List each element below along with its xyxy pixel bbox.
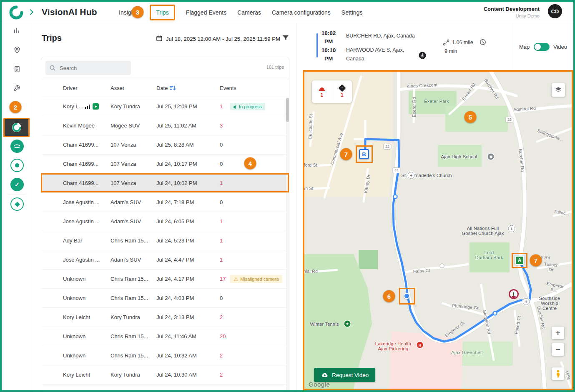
cell-driver: Unknown <box>63 333 110 340</box>
nav-insights[interactable]: Insights <box>119 9 139 16</box>
page-title: VisionAI Hub <box>42 7 97 17</box>
account-subtitle: Unity Demo <box>516 13 540 18</box>
sidebar-item-analytics[interactable] <box>13 27 21 34</box>
warning-events[interactable]: ! 1 <box>332 80 352 103</box>
table-row[interactable]: UnknownChris Ram 15...Jul 24, 4:03 PM0 <box>41 289 289 308</box>
warning-icon: ! <box>338 84 346 92</box>
cell-events: 2 <box>220 314 289 320</box>
calendar-icon[interactable] <box>156 35 163 43</box>
search-input[interactable] <box>59 65 123 72</box>
sidebar-divider <box>8 195 25 195</box>
table-row[interactable]: Kory L...Kory TundraJul 25, 12:09 PM1In … <box>41 97 289 116</box>
table-row[interactable]: Jose Agustin ...Adam's SUVJul 24, 7:18 P… <box>41 193 289 212</box>
layers-button[interactable] <box>552 83 565 97</box>
zoom-out-button[interactable]: − <box>552 343 564 356</box>
map-event-counter: 1 ! 1 <box>312 80 352 103</box>
filter-icon[interactable] <box>282 35 289 43</box>
route-waypoint <box>394 195 397 199</box>
column-events[interactable]: Events <box>220 85 289 91</box>
cell-events: 0 <box>220 295 289 301</box>
cell-asset: Chris Ram 15... <box>110 352 156 359</box>
app-logo <box>8 5 25 22</box>
status-badge: In progress <box>230 103 265 110</box>
sidebar-item-visionai-active[interactable] <box>3 118 30 137</box>
cell-date: Jul 24, 11:46 AM <box>156 333 220 340</box>
layers-icon <box>555 86 562 94</box>
warning-count: 1 <box>341 92 344 98</box>
top-bar: VisionAI Hub InsightsTripsFlagged Events… <box>2 2 573 23</box>
route-event-dot[interactable] <box>404 293 410 299</box>
cell-asset: Adam's SUV <box>110 199 156 205</box>
download-trip-icon[interactable] <box>419 52 426 61</box>
date-range-filter[interactable]: Jul 18, 2025 12:00 AM - Jul 25, 2025 11:… <box>166 36 280 42</box>
live-video-icon[interactable] <box>93 103 99 110</box>
table-row[interactable]: Kevin MogeeMogee SUVJul 25, 11:02 AM3 <box>41 116 289 135</box>
sidebar-item-reports[interactable] <box>13 65 21 73</box>
table-row[interactable]: Cham 41699...107 VenzaJul 24, 10:02 PM1 <box>41 174 289 193</box>
sidebar-item-app-2[interactable] <box>10 159 24 172</box>
cell-driver: Kory Leicht <box>63 372 110 378</box>
avatar[interactable]: CD <box>548 4 562 18</box>
cell-events: 2 <box>220 372 289 378</box>
column-driver[interactable]: Driver <box>63 85 110 91</box>
table-row[interactable]: UnknownChris Ram 15...Jul 24, 10:32 AM2 <box>41 346 289 365</box>
trips-table-body: Kory L...Kory TundraJul 25, 12:09 PM1In … <box>41 97 289 385</box>
nav-camera-configurations[interactable]: Camera configurations <box>272 9 331 16</box>
cell-asset: Adam's SUV <box>110 257 156 263</box>
account-org: Content Development <box>484 6 540 12</box>
route-marker-a[interactable]: A <box>515 256 524 265</box>
cell-driver: Jose Agustin ... <box>63 199 110 205</box>
cell-events: 1 <box>220 237 289 244</box>
cell-asset: 107 Venza <box>110 142 156 148</box>
route-marker-b[interactable]: B <box>359 149 369 159</box>
cell-driver: Kory L... <box>63 103 110 110</box>
cell-date: Jul 24, 10:17 PM <box>156 161 220 167</box>
nav-cameras[interactable]: Cameras <box>237 9 261 16</box>
sidebar-item-app-1[interactable] <box>10 140 24 153</box>
table-row[interactable]: Jose Agustin ...Adam's SUVJul 24, 6:05 P… <box>41 212 289 231</box>
search-box[interactable] <box>45 61 131 75</box>
table-row[interactable]: Cham 41699...107 VenzaJul 24, 10:17 PM0 <box>41 155 289 174</box>
pegman-button[interactable] <box>552 367 564 380</box>
nav-flagged-events[interactable]: Flagged Events <box>186 9 226 16</box>
map-event-marker[interactable]: ! <box>509 289 519 299</box>
cell-asset: Kory Tundra <box>110 372 156 378</box>
table-row[interactable]: Jose Agustin ...Adam's SUVJul 24, 4:47 P… <box>41 250 289 270</box>
cell-date: Jul 24, 10:02 PM <box>156 180 220 186</box>
map-video-toggle[interactable] <box>534 43 550 51</box>
map-canvas <box>304 72 572 389</box>
table-row[interactable]: Kory LeichtKory TundraJul 24, 3:13 PM2 <box>41 308 289 327</box>
sidebar-item-locations[interactable] <box>13 46 21 54</box>
top-nav: InsightsTripsFlagged EventsCamerasCamera… <box>119 2 362 23</box>
nav-trips[interactable]: Trips <box>150 5 175 20</box>
status-badge: ⚠Misaligned camera <box>230 275 282 283</box>
nav-settings[interactable]: Settings <box>341 9 363 16</box>
trip-distance: 1.06 mile <box>452 40 473 45</box>
table-row[interactable]: Cham 41699...107 VenzaJul 25, 8:28 AM0 <box>41 135 289 155</box>
duration-clock-icon <box>480 39 486 47</box>
alarm-events[interactable]: 1 <box>312 80 332 103</box>
zoom-in-button[interactable]: + <box>552 327 564 339</box>
trip-start-time: 10:02 PM <box>319 29 339 46</box>
sort-icon[interactable] <box>170 85 176 91</box>
table-row[interactable]: UnknownChris Ram 15...Jul 24, 4:17 PM17⚠… <box>41 270 289 289</box>
app-window: VisionAI Hub InsightsTripsFlagged Events… <box>0 0 575 392</box>
column-asset[interactable]: Asset <box>110 85 156 91</box>
sidebar-item-app-4[interactable] <box>10 197 24 211</box>
cell-driver: Unknown <box>63 276 110 282</box>
sidebar-expand-icon[interactable] <box>28 9 33 15</box>
table-row[interactable]: UnknownChris Ram 15...Jul 24, 11:46 AM20 <box>41 327 289 346</box>
sidebar-item-app-3[interactable]: ✓ <box>10 178 24 191</box>
cell-date: Jul 25, 11:02 AM <box>156 122 220 129</box>
sidebar-item-tools[interactable] <box>13 84 21 92</box>
scrollbar-thumb[interactable] <box>286 98 289 122</box>
cell-events: 0 <box>220 161 289 167</box>
table-row[interactable]: Kory LeichtKory TundraJul 24, 10:30 AM2 <box>41 365 289 385</box>
column-date[interactable]: Date <box>156 85 220 91</box>
table-scrollbar[interactable] <box>286 97 289 392</box>
toggle-knob <box>535 44 541 50</box>
trip-map[interactable]: Kings CrescentExeter ParkExeter RdExeter… <box>304 72 572 389</box>
table-row[interactable]: Ady BarChris Ram 15...Jul 24, 5:23 PM1 <box>41 231 289 250</box>
panel-divider <box>296 23 296 390</box>
request-video-button[interactable]: Request Video <box>314 368 375 382</box>
